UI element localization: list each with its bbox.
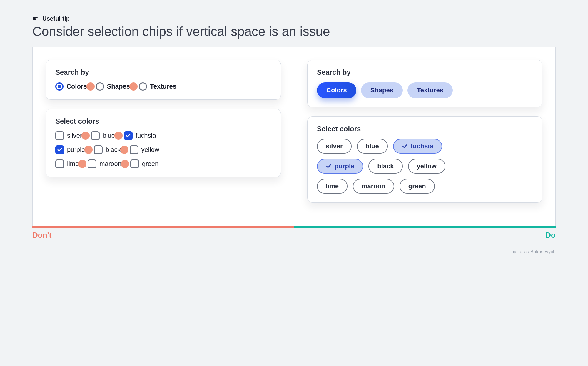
check-icon <box>402 143 408 149</box>
checkbox-group: silver blue fuchsia purple black <box>55 131 271 168</box>
tap-target-marker-icon <box>121 160 129 168</box>
dont-label-bar: Don't <box>32 226 294 240</box>
do-label-bar: Do <box>294 226 556 240</box>
radio-group: Colors Shapes Textures <box>55 82 271 91</box>
checkbox-silver[interactable] <box>55 131 64 140</box>
tap-target-marker-icon <box>129 82 138 91</box>
checkbox-label: yellow <box>141 146 159 154</box>
search-by-card-dont: Search by Colors Shapes Textures <box>46 60 281 100</box>
checkbox-black[interactable] <box>94 145 103 154</box>
tap-target-marker-icon <box>120 146 128 154</box>
chip-colors[interactable]: Colors <box>317 82 356 98</box>
checkbox-row: purple black yellow <box>55 145 271 154</box>
checkbox-label: fuchsia <box>136 132 156 139</box>
chip-group-search: Colors Shapes Textures <box>317 82 533 98</box>
chip-textures[interactable]: Textures <box>407 82 453 98</box>
chip-blue[interactable]: blue <box>357 139 388 154</box>
card-title: Search by <box>55 68 271 76</box>
chip-silver[interactable]: silver <box>317 139 352 154</box>
dont-label: Don't <box>32 228 294 240</box>
radio-label: Colors <box>66 83 87 90</box>
card-title: Select colors <box>55 117 271 125</box>
checkbox-fuchsia[interactable] <box>124 131 133 140</box>
tap-target-marker-icon <box>81 132 90 140</box>
checkbox-yellow[interactable] <box>130 145 138 154</box>
chip-green[interactable]: green <box>400 179 435 194</box>
radio-icon <box>139 82 147 91</box>
chip-row: silver blue fuchsia <box>317 139 533 154</box>
tap-target-marker-icon <box>86 82 95 91</box>
chip-fuchsia[interactable]: fuchsia <box>393 139 442 154</box>
chip-black[interactable]: black <box>368 159 402 174</box>
dont-pane: Search by Colors Shapes Textures S <box>33 47 294 226</box>
chip-shapes[interactable]: Shapes <box>361 82 403 98</box>
search-by-card-do: Search by Colors Shapes Textures <box>307 60 542 107</box>
check-icon <box>326 163 332 169</box>
card-title: Select colors <box>317 125 533 133</box>
radio-option-textures[interactable]: Textures <box>139 82 176 91</box>
checkbox-label: black <box>106 146 121 154</box>
do-label: Do <box>294 228 556 240</box>
radio-label: Shapes <box>107 83 130 90</box>
page-title: Consider selection chips if vertical spa… <box>32 24 556 39</box>
checkbox-row: lime maroon green <box>55 159 271 168</box>
bottom-bar: Don't Do <box>32 226 556 240</box>
tap-target-marker-icon <box>84 146 93 154</box>
comparison-frame: Search by Colors Shapes Textures S <box>32 47 556 226</box>
checkbox-label: purple <box>67 146 85 154</box>
chip-label: purple <box>335 163 354 169</box>
chip-yellow[interactable]: yellow <box>408 159 445 174</box>
tip-row: ☛ Useful tip <box>32 15 556 22</box>
chip-group-colors: silver blue fuchsia purple black yellow <box>317 139 533 194</box>
checkbox-lime[interactable] <box>55 159 64 168</box>
checkbox-purple[interactable] <box>55 145 64 154</box>
radio-label: Textures <box>150 83 176 90</box>
checkbox-green[interactable] <box>130 159 139 168</box>
tip-label: Useful tip <box>42 15 70 22</box>
chip-lime[interactable]: lime <box>317 179 348 194</box>
tap-target-marker-icon <box>78 160 86 168</box>
tap-target-marker-icon <box>114 132 123 140</box>
chip-row: purple black yellow <box>317 159 533 174</box>
checkbox-maroon[interactable] <box>88 159 96 168</box>
select-colors-card-do: Select colors silver blue fuchsia purple… <box>307 116 542 203</box>
chip-label: fuchsia <box>411 143 433 149</box>
radio-option-shapes[interactable]: Shapes <box>96 82 130 91</box>
chip-purple[interactable]: purple <box>317 159 363 174</box>
chip-maroon[interactable]: maroon <box>353 179 394 194</box>
pointing-hand-icon: ☛ <box>32 15 38 22</box>
checkbox-blue[interactable] <box>91 131 100 140</box>
radio-icon <box>96 82 104 91</box>
do-pane: Search by Colors Shapes Textures Select … <box>294 47 555 226</box>
chip-row: lime maroon green <box>317 179 533 194</box>
select-colors-card-dont: Select colors silver blue fuchsia purple <box>46 109 281 177</box>
radio-option-colors[interactable]: Colors <box>55 82 87 91</box>
attribution: by Taras Bakusevych <box>32 249 556 254</box>
checkbox-label: blue <box>103 132 115 139</box>
checkbox-row: silver blue fuchsia <box>55 131 271 140</box>
checkbox-label: maroon <box>99 160 121 168</box>
card-title: Search by <box>317 68 533 76</box>
checkbox-label: green <box>142 160 158 168</box>
checkbox-label: lime <box>67 160 79 168</box>
checkbox-label: silver <box>67 132 82 139</box>
radio-icon <box>55 82 64 91</box>
